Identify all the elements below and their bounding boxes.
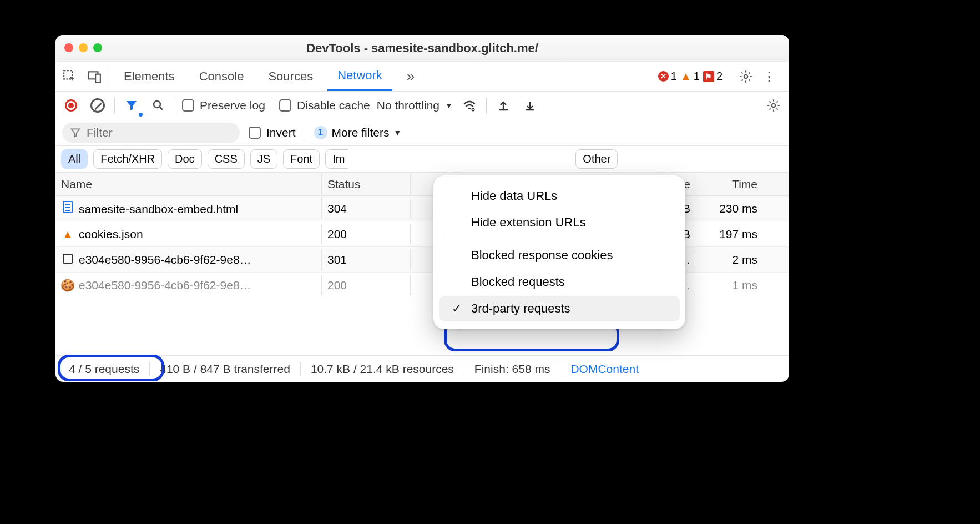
warning-badge[interactable]: ▲ 1 <box>680 70 700 83</box>
cell-name: 🍪e304e580-9956-4cb6-9f62-9e8… <box>55 275 322 295</box>
filter-toggle-icon[interactable] <box>122 95 142 115</box>
clear-button[interactable] <box>88 95 108 115</box>
upload-har-icon[interactable] <box>493 95 513 115</box>
chip-other[interactable]: Other <box>575 149 618 169</box>
checkbox-icon <box>249 127 261 139</box>
chip-css[interactable]: CSS <box>208 149 245 169</box>
disable-cache-checkbox[interactable]: Disable cache <box>279 99 370 112</box>
tabs-overflow[interactable]: » <box>397 62 425 91</box>
network-conditions-icon[interactable] <box>459 95 479 115</box>
chip-fetch-xhr[interactable]: Fetch/XHR <box>93 149 162 169</box>
request-name: cookies.json <box>79 228 143 240</box>
chip-font[interactable]: Font <box>283 149 320 169</box>
throttling-select[interactable]: No throttling ▼ <box>377 99 453 112</box>
issues-badge[interactable]: ⚑ 2 <box>703 70 723 83</box>
status-finish: Finish: 658 ms <box>464 362 561 376</box>
search-icon[interactable] <box>148 95 168 115</box>
status-resources: 10.7 kB / 21.4 kB resources <box>301 362 464 376</box>
filter-hide-extension-urls[interactable]: Hide extension URLs <box>439 210 680 235</box>
devtools-window: DevTools - samesite-sandbox.glitch.me/ E… <box>55 35 789 382</box>
filter-row: Filter Invert 1 More filters ▼ <box>55 119 789 146</box>
zoom-window-button[interactable] <box>93 43 102 52</box>
chip-img[interactable]: Im <box>325 149 348 169</box>
settings-icon[interactable] <box>736 67 756 87</box>
filter-3rd-party-requests[interactable]: ✓ 3rd-party requests <box>439 296 680 321</box>
status-domcontent[interactable]: DOMContent <box>560 362 649 376</box>
device-toolbar-icon[interactable] <box>84 67 104 87</box>
column-time[interactable]: Time <box>696 174 763 194</box>
filter-blocked-response-cookies[interactable]: Blocked response cookies <box>439 243 680 268</box>
request-name: e304e580-9956-4cb6-9f62-9e8… <box>79 279 251 291</box>
more-filters-menu: Hide data URLs Hide extension URLs Block… <box>433 175 685 329</box>
svg-point-3 <box>744 74 748 78</box>
tab-network[interactable]: Network <box>327 62 392 91</box>
filter-placeholder: Filter <box>87 126 113 139</box>
tab-console[interactable]: Console <box>189 62 254 91</box>
filter-input[interactable]: Filter <box>62 123 240 143</box>
warning-icon: ▲ <box>680 70 691 83</box>
cell-status: 304 <box>322 199 411 219</box>
filter-active-dot <box>139 113 143 117</box>
chip-doc[interactable]: Doc <box>168 149 202 169</box>
menu-separator <box>443 239 675 239</box>
tab-elements[interactable]: Elements <box>114 62 185 91</box>
menu-label: 3rd-party requests <box>471 301 570 316</box>
chip-all[interactable]: All <box>61 149 88 169</box>
invert-label: Invert <box>266 126 296 139</box>
invert-checkbox[interactable]: Invert <box>249 126 296 139</box>
status-bar: 4 / 5 requests 410 B / 847 B transferred… <box>55 355 789 382</box>
cell-time: 230 ms <box>696 199 763 219</box>
error-badge[interactable]: ✕ 1 <box>658 70 677 83</box>
cell-time: 197 ms <box>696 224 763 244</box>
cell-status: 200 <box>322 224 411 244</box>
warning-count: 1 <box>694 70 700 83</box>
network-toolbar: Preserve log Disable cache No throttling… <box>55 92 789 119</box>
error-icon: ✕ <box>658 71 669 82</box>
preserve-log-label: Preserve log <box>200 99 265 112</box>
separator <box>175 97 175 114</box>
record-button[interactable] <box>61 95 81 115</box>
more-filters-badge: 1 <box>314 126 327 139</box>
error-count: 1 <box>671 70 677 83</box>
caret-down-icon: ▼ <box>393 128 401 137</box>
resource-icon <box>61 254 74 264</box>
cell-name: e304e580-9956-4cb6-9f62-9e8… <box>55 250 322 270</box>
svg-rect-2 <box>95 74 100 82</box>
svg-point-5 <box>472 108 474 110</box>
svg-point-6 <box>772 103 776 107</box>
filter-hide-data-urls[interactable]: Hide data URLs <box>439 183 680 209</box>
status-transferred: 410 B / 847 B transferred <box>150 362 301 376</box>
separator <box>272 97 272 114</box>
kebab-menu-icon[interactable]: ⋮ <box>759 67 779 87</box>
more-filters-label: More filters <box>332 126 390 139</box>
menu-label: Blocked requests <box>471 275 565 289</box>
network-settings-icon[interactable] <box>764 95 784 115</box>
window-title: DevTools - samesite-sandbox.glitch.me/ <box>306 41 538 56</box>
titlebar: DevTools - samesite-sandbox.glitch.me/ <box>55 35 789 62</box>
inspect-element-icon[interactable] <box>60 67 80 87</box>
column-status[interactable]: Status <box>322 174 411 194</box>
filter-blocked-requests[interactable]: Blocked requests <box>439 269 680 295</box>
throttling-value: No throttling <box>377 99 440 112</box>
column-name[interactable]: Name <box>55 174 322 194</box>
ban-icon <box>90 98 105 113</box>
tab-toolbar-right: ✕ 1 ▲ 1 ⚑ 2 ⋮ <box>658 67 785 87</box>
minimize-window-button[interactable] <box>79 43 88 52</box>
warning-icon: ▲ <box>61 228 74 241</box>
separator <box>109 68 109 85</box>
menu-label: Blocked response cookies <box>471 248 613 263</box>
separator <box>486 97 487 114</box>
tab-sources[interactable]: Sources <box>258 62 323 91</box>
download-har-icon[interactable] <box>520 95 540 115</box>
checkbox-icon <box>182 99 194 112</box>
disable-cache-label: Disable cache <box>297 99 370 112</box>
chip-js[interactable]: JS <box>250 149 277 169</box>
menu-label: Hide data URLs <box>471 189 557 203</box>
close-window-button[interactable] <box>64 43 73 52</box>
svg-point-4 <box>154 101 160 108</box>
more-filters-dropdown[interactable]: 1 More filters ▼ <box>314 126 402 139</box>
caret-down-icon: ▼ <box>445 101 453 110</box>
preserve-log-checkbox[interactable]: Preserve log <box>182 99 265 112</box>
issues-count: 2 <box>716 70 723 83</box>
cell-name: samesite-sandbox-embed.html <box>55 198 322 219</box>
